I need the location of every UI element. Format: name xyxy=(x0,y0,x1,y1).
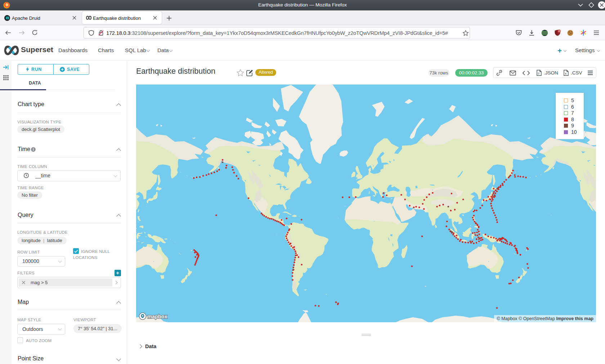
svg-text:x: x xyxy=(565,72,566,75)
svg-text:2: 2 xyxy=(558,29,560,33)
svg-text:mapbox: mapbox xyxy=(147,314,167,319)
